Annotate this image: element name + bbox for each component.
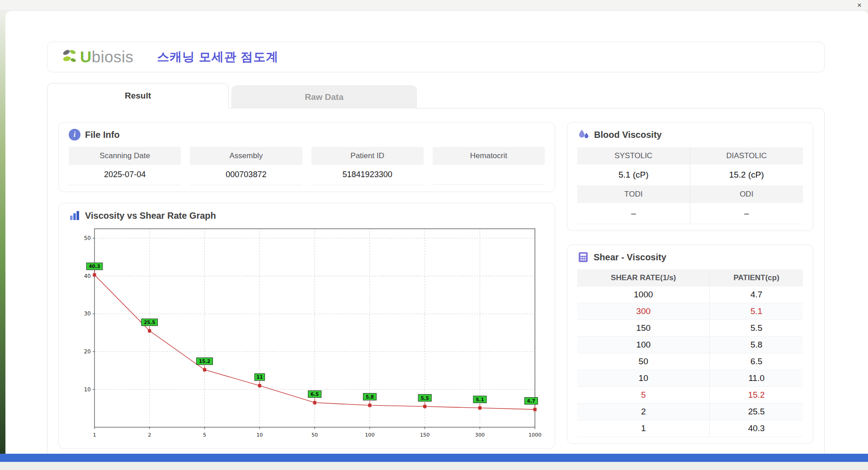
field-scanning-date: Scanning Date 2025-07-04 (69, 147, 181, 185)
table-cell: 5 (577, 387, 710, 404)
svg-text:300: 300 (475, 432, 485, 438)
table-row: 1505.5 (577, 320, 803, 337)
right-column: Blood Viscosity SYSTOLIC DIASTOLIC 5.1 (… (567, 122, 813, 449)
svg-text:10: 10 (256, 432, 263, 438)
svg-text:40.3: 40.3 (89, 264, 100, 269)
shear-viscosity-title: Shear - Viscosity (594, 252, 666, 263)
ubiosis-logo: Ubiosis (61, 48, 133, 66)
table-cell: 15.2 (710, 387, 803, 404)
blood-viscosity-card: Blood Viscosity SYSTOLIC DIASTOLIC 5.1 (… (567, 122, 813, 231)
close-icon[interactable]: × (857, 1, 862, 9)
bv-value-odi: – (690, 203, 803, 224)
tab-result[interactable]: Result (47, 83, 229, 108)
field-value (433, 165, 545, 185)
taskbar (0, 454, 868, 462)
column-header-patient: PATIENT(cp) (710, 269, 803, 287)
table-row: 515.2 (577, 387, 803, 404)
leaf-logo-icon (61, 48, 79, 66)
svg-text:50: 50 (311, 432, 318, 438)
shear-viscosity-table: SHEAR RATE(1/s) PATIENT(cp) 10004.73005.… (577, 269, 803, 437)
desktop-area: Ubiosis 스캐닝 모세관 점도계 Result Raw Data i Fi… (0, 11, 868, 462)
table-cell: 5.1 (710, 303, 803, 320)
svg-text:10: 10 (84, 386, 91, 393)
svg-text:5.5: 5.5 (421, 396, 429, 401)
svg-text:1: 1 (93, 432, 96, 438)
bv-header-diastolic: DIASTOLIC (690, 147, 803, 164)
table-cell: 300 (577, 303, 710, 320)
chart-area: 10203040501251050100150300100040.325.515… (69, 225, 545, 442)
window-titlebar: × (0, 0, 868, 11)
table-cell: 4.7 (710, 287, 803, 303)
svg-text:1000: 1000 (528, 432, 542, 438)
table-row: 506.5 (577, 353, 803, 370)
bar-chart-icon (69, 210, 80, 221)
svg-text:2: 2 (148, 432, 151, 438)
svg-text:20: 20 (84, 348, 91, 355)
viscosity-chart: 10203040501251050100150300100040.325.515… (73, 225, 545, 442)
tab-raw-data[interactable]: Raw Data (231, 85, 417, 108)
svg-text:40: 40 (84, 273, 91, 279)
table-row: 10004.7 (577, 287, 803, 303)
table-row: 140.3 (577, 420, 803, 437)
table-cell: 50 (577, 353, 710, 370)
header-card: Ubiosis 스캐닝 모세관 점도계 (47, 42, 825, 72)
svg-text:5.8: 5.8 (366, 395, 374, 400)
file-info-card: i File Info Scanning Date 2025-07-04 Ass… (58, 122, 555, 192)
bv-header-todi: TODI (577, 186, 690, 203)
svg-text:150: 150 (420, 432, 429, 438)
desktop-wallpaper-strip (0, 11, 5, 462)
table-cell: 40.3 (710, 420, 803, 437)
table-cell: 100 (577, 337, 710, 353)
table-cell: 5.5 (710, 320, 803, 337)
field-label: Assembly (190, 147, 302, 165)
svg-text:5.1: 5.1 (476, 397, 484, 402)
bv-value-systolic: 5.1 (cP) (577, 164, 690, 186)
svg-text:6.5: 6.5 (311, 392, 319, 397)
table-cell: 10 (577, 370, 710, 387)
bv-value-diastolic: 15.2 (cP) (690, 164, 803, 186)
tab-bar: Result Raw Data (47, 83, 825, 108)
table-cell: 11.0 (710, 370, 803, 387)
table-row: 1005.8 (577, 337, 803, 353)
bv-value-todi: – (577, 203, 690, 224)
table-cell: 150 (577, 320, 710, 337)
table-row: 1011.0 (577, 370, 803, 387)
field-value: 51841923300 (311, 165, 424, 185)
droplet-icon (577, 129, 590, 141)
column-header-shear-rate: SHEAR RATE(1/s) (577, 269, 710, 287)
file-info-title: File Info (85, 130, 120, 140)
svg-text:11: 11 (256, 375, 263, 380)
field-value: 000703872 (190, 165, 302, 185)
shear-viscosity-card: Shear - Viscosity SHEAR RATE(1/s) PATIEN… (567, 244, 813, 444)
svg-text:15.2: 15.2 (199, 359, 210, 364)
file-info-fields: Scanning Date 2025-07-04 Assembly 000703… (69, 147, 545, 185)
svg-text:4.7: 4.7 (527, 399, 535, 404)
field-hematocrit: Hematocrit (433, 147, 545, 185)
content-panel: i File Info Scanning Date 2025-07-04 Ass… (47, 108, 825, 459)
table-cell: 1 (577, 420, 710, 437)
field-label: Hematocrit (433, 147, 545, 165)
svg-text:30: 30 (84, 310, 91, 317)
chart-point-labels: 40.325.515.2116.55.85.55.14.7 (86, 263, 538, 404)
left-column: i File Info Scanning Date 2025-07-04 Ass… (58, 122, 555, 449)
blood-viscosity-title: Blood Viscosity (594, 130, 662, 140)
info-icon: i (69, 129, 80, 141)
svg-text:100: 100 (365, 432, 374, 438)
app-window: Ubiosis 스캐닝 모세관 점도계 Result Raw Data i Fi… (5, 11, 868, 462)
table-cell: 6.5 (710, 353, 803, 370)
table-cell: 5.8 (710, 337, 803, 353)
field-value: 2025-07-04 (69, 165, 181, 185)
table-cell: 25.5 (710, 404, 803, 420)
field-label: Patient ID (311, 147, 424, 165)
blood-viscosity-grid: SYSTOLIC DIASTOLIC 5.1 (cP) 15.2 (cP) TO… (577, 147, 803, 224)
svg-text:25.5: 25.5 (144, 320, 155, 325)
table-cell: 2 (577, 404, 710, 420)
field-label: Scanning Date (69, 147, 181, 165)
svg-text:50: 50 (84, 235, 91, 241)
svg-text:5: 5 (203, 432, 206, 438)
page-title: 스캐닝 모세관 점도계 (157, 49, 278, 65)
graph-title: Viscosity vs Shear Rate Graph (85, 211, 216, 221)
field-assembly: Assembly 000703872 (190, 147, 302, 185)
viscosity-graph-card: Viscosity vs Shear Rate Graph 1020304050… (58, 203, 555, 449)
table-row: 3005.1 (577, 303, 803, 320)
